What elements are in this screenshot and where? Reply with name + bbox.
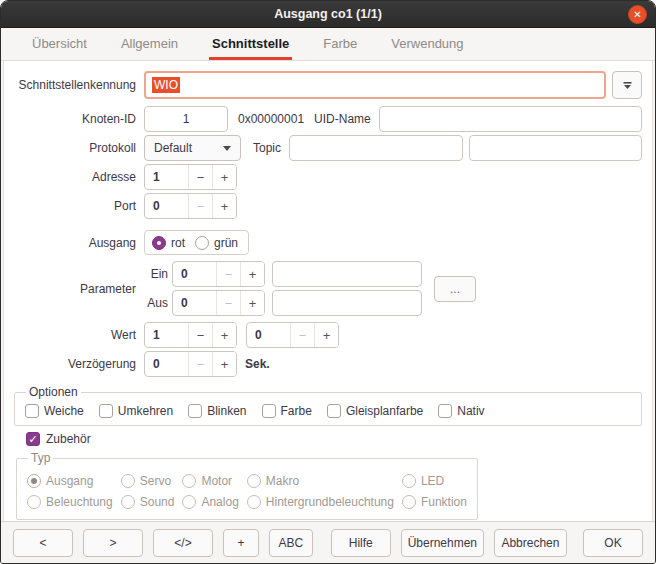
address-spinner: 1 − + — [144, 164, 237, 190]
minus-button: − — [216, 291, 240, 315]
tab-farbe[interactable]: Farbe — [320, 28, 360, 60]
type-hintergrundbeleuchtung: Hintergrundbeleuchtung — [247, 495, 394, 509]
type-led: LED — [402, 474, 467, 488]
ok-button[interactable]: OK — [583, 529, 643, 557]
tab-label: Allgemein — [121, 36, 178, 51]
option-label: Gleisplanfarbe — [346, 404, 423, 418]
port-spinner: 0 − + — [144, 193, 237, 219]
parameter-off-label: Aus — [144, 296, 168, 310]
checkbox-icon — [25, 404, 39, 418]
type-label: Beleuchtung — [46, 495, 113, 509]
delay-spinner: 0 − + — [144, 351, 237, 377]
option-nativ[interactable]: Nativ — [438, 404, 484, 418]
value-2[interactable]: 0 — [247, 323, 290, 347]
parameter-on-spinner: 0 − + — [172, 261, 265, 287]
plus-button[interactable]: + — [240, 262, 264, 286]
node-id-input[interactable] — [144, 106, 228, 132]
minus-button[interactable]: − — [188, 323, 212, 347]
protocol-label: Protokoll — [14, 141, 136, 155]
help-button[interactable]: Hilfe — [331, 529, 391, 557]
value-1[interactable]: 1 — [145, 323, 188, 347]
plus-button[interactable]: + — [212, 323, 236, 347]
option-label: Umkehren — [118, 404, 173, 418]
protocol-select[interactable]: Default — [144, 135, 241, 161]
checkbox-icon — [438, 404, 452, 418]
type-label: Servo — [140, 474, 171, 488]
parameter-on-input[interactable] — [272, 261, 422, 287]
node-id-label: Knoten-ID — [14, 112, 136, 126]
parameter-label: Parameter — [14, 282, 136, 296]
type-label: Makro — [266, 474, 299, 488]
checkbox-icon — [188, 404, 202, 418]
apply-button[interactable]: Übernehmen — [401, 529, 484, 557]
option-blinken[interactable]: Blinken — [188, 404, 246, 418]
radio-checked-icon — [27, 474, 41, 488]
port-value[interactable]: 0 — [145, 194, 188, 218]
address-value[interactable]: 1 — [145, 165, 188, 189]
plus-button[interactable]: + — [212, 194, 236, 218]
interface-id-input[interactable]: WIO — [144, 71, 606, 99]
radio-icon — [195, 236, 209, 250]
type-label: Motor — [201, 474, 232, 488]
abc-button[interactable]: ABC — [269, 529, 313, 557]
delay-unit: Sek. — [245, 357, 270, 371]
plus-button[interactable]: + — [314, 323, 338, 347]
topic-input-2[interactable] — [469, 135, 642, 161]
type-legend: Typ — [28, 451, 53, 465]
close-button[interactable]: ✕ — [628, 5, 647, 24]
type-funktion: Funktion — [402, 495, 467, 509]
type-label: Analog — [201, 495, 238, 509]
plus-button[interactable]: + — [212, 352, 236, 376]
output-radio-group: rot grün — [144, 230, 249, 255]
tab-allgemein[interactable]: Allgemein — [118, 28, 181, 60]
interface-id-dropdown-button[interactable] — [612, 71, 642, 99]
type-label: LED — [421, 474, 444, 488]
protocol-value: Default — [154, 141, 192, 155]
xml-button[interactable]: </> — [153, 529, 213, 557]
window-title: Ausgang co1 (1/1) — [274, 7, 382, 21]
option-gleisplanfarbe[interactable]: Gleisplanfarbe — [327, 404, 423, 418]
cancel-button[interactable]: Abbrechen — [494, 529, 567, 557]
output-green-option[interactable]: grün — [195, 236, 238, 250]
add-button[interactable]: + — [223, 529, 259, 557]
topic-input-1[interactable] — [289, 135, 463, 161]
type-label: Sound — [140, 495, 175, 509]
parameter-off-row: Aus 0 − + — [144, 290, 422, 316]
plus-button[interactable]: + — [240, 291, 264, 315]
accessory-checkbox-row[interactable]: Zubehör — [26, 432, 642, 446]
parameter-off-spinner: 0 − + — [172, 290, 265, 316]
delay-value[interactable]: 0 — [145, 352, 188, 376]
output-red-label: rot — [171, 236, 185, 250]
option-label: Nativ — [457, 404, 484, 418]
titlebar[interactable]: Ausgang co1 (1/1) ✕ — [1, 1, 655, 28]
option-weiche[interactable]: Weiche — [25, 404, 84, 418]
parameter-off-input[interactable] — [272, 290, 422, 316]
close-icon: ✕ — [633, 10, 641, 20]
plus-button[interactable]: + — [212, 165, 236, 189]
option-label: Farbe — [281, 404, 312, 418]
port-label: Port — [14, 199, 136, 213]
tab-uebersicht[interactable]: Übersicht — [29, 28, 90, 60]
topic-label: Topic — [253, 141, 281, 155]
tab-bar: Übersicht Allgemein Schnittstelle Farbe … — [1, 28, 655, 61]
radio-checked-icon — [152, 236, 166, 250]
browse-button[interactable]: ... — [434, 276, 476, 302]
option-umkehren[interactable]: Umkehren — [99, 404, 173, 418]
tab-verwendung[interactable]: Verwendung — [388, 28, 466, 60]
type-analog: Analog — [182, 495, 238, 509]
prev-button[interactable]: < — [13, 529, 73, 557]
option-farbe[interactable]: Farbe — [262, 404, 312, 418]
checkbox-icon — [327, 404, 341, 418]
minus-button[interactable]: − — [188, 165, 212, 189]
output-red-option[interactable]: rot — [152, 236, 185, 250]
radio-icon — [121, 495, 135, 509]
value-spinner-1: 1 − + — [144, 322, 237, 348]
parameter-on-label: Ein — [144, 267, 168, 281]
parameter-off-value[interactable]: 0 — [173, 291, 216, 315]
uid-name-input[interactable] — [379, 106, 642, 132]
radio-icon — [402, 474, 416, 488]
parameter-on-value[interactable]: 0 — [173, 262, 216, 286]
value-spinner-2: 0 − + — [246, 322, 339, 348]
next-button[interactable]: > — [83, 529, 143, 557]
tab-schnittstelle[interactable]: Schnittstelle — [209, 28, 292, 60]
